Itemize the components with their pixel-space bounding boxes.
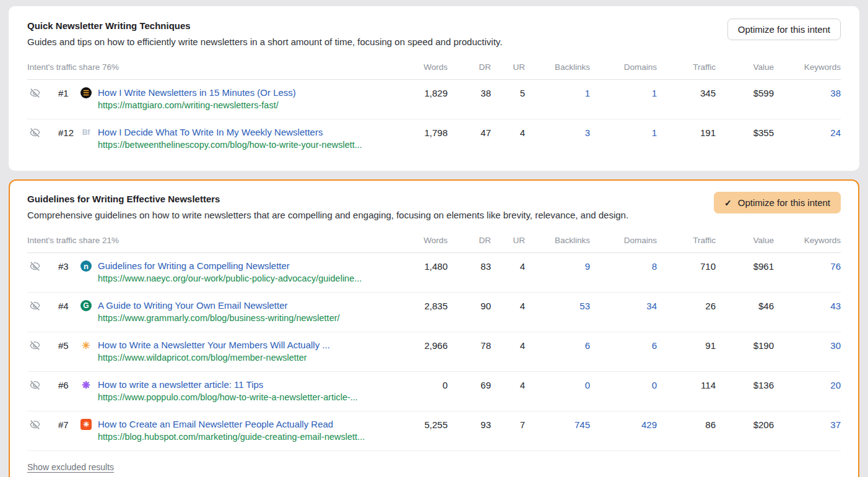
backlinks-link[interactable]: 3 <box>525 126 590 138</box>
result-title-link[interactable]: How to write a newsletter article: 11 Ti… <box>98 379 358 390</box>
result-title-link[interactable]: How to Write a Newsletter Your Members W… <box>98 339 330 351</box>
poppulo-favicon: ❋ <box>80 379 92 390</box>
result-title-cell: ✳ How to Create an Email Newsletter Peop… <box>80 418 398 443</box>
result-title-link[interactable]: A Guide to Writing Your Own Email Newsle… <box>98 299 340 311</box>
backlinks-link[interactable]: 0 <box>525 379 590 390</box>
column-traffic: Traffic <box>657 62 716 72</box>
result-title-lines: How to Create an Email Newsletter People… <box>98 418 365 443</box>
ur-value: 5 <box>491 87 525 98</box>
hide-result-button[interactable] <box>27 299 51 311</box>
keywords-link[interactable]: 24 <box>774 126 841 138</box>
domains-link[interactable]: 34 <box>590 299 657 311</box>
domains-link[interactable]: 6 <box>590 339 657 351</box>
backlinks-link[interactable]: 9 <box>525 260 590 272</box>
hide-result-button[interactable] <box>27 126 51 138</box>
result-title-link[interactable]: How to Create an Email Newsletter People… <box>98 418 365 430</box>
value-value: $46 <box>716 299 774 311</box>
keywords-link[interactable]: 20 <box>774 379 841 390</box>
domains-link[interactable]: 8 <box>590 260 657 272</box>
domains-link[interactable]: 1 <box>590 87 657 98</box>
optimize-button-label: Optimize for this intent <box>738 24 830 35</box>
result-title-lines: Guidelines for Writing a Compelling News… <box>98 260 362 285</box>
ur-value: 4 <box>491 379 525 390</box>
keywords-link[interactable]: 76 <box>774 260 841 272</box>
domains-link[interactable]: 0 <box>590 379 657 390</box>
result-title-link[interactable]: How I Decide What To Write In My Weekly … <box>98 126 362 138</box>
result-url-link[interactable]: https://blog.hubspot.com/marketing/guide… <box>98 431 365 443</box>
result-title-link[interactable]: How I Write Newsletters in 15 Minutes (O… <box>98 87 296 98</box>
backlinks-link[interactable]: 1 <box>525 87 590 98</box>
eye-off-icon <box>30 88 51 98</box>
card-header-text: Guidelines for Writing Effective Newslet… <box>27 189 628 220</box>
result-row: #6 ❋ How to write a newsletter article: … <box>27 372 841 411</box>
result-title-cell: ❋ How to write a newsletter article: 11 … <box>80 379 398 403</box>
keywords-link[interactable]: 43 <box>774 299 841 311</box>
eye-off-icon <box>30 127 51 138</box>
result-url-link[interactable]: https://mattgiaro.com/writing-newsletter… <box>98 100 296 111</box>
hide-result-button[interactable] <box>27 379 51 390</box>
result-url-link[interactable]: https://www.naeyc.org/our-work/public-po… <box>98 273 362 285</box>
result-title-lines: How to write a newsletter article: 11 Ti… <box>98 379 358 403</box>
column-value: Value <box>716 62 774 72</box>
domains-link[interactable]: 429 <box>590 418 657 430</box>
grammarly-favicon: G <box>80 300 92 311</box>
column-keywords: Keywords <box>774 236 841 245</box>
value-value: $355 <box>716 126 774 138</box>
rank-label: #3 <box>51 260 80 272</box>
value-value: $136 <box>716 379 774 390</box>
eye-off-icon <box>30 261 51 272</box>
result-title-lines: How I Decide What To Write In My Weekly … <box>98 126 362 151</box>
column-dr: DR <box>448 236 491 245</box>
eye-off-icon <box>30 380 51 390</box>
table-header: Intent's traffic share 21% Words DR UR B… <box>27 228 841 253</box>
check-icon: ✓ <box>724 198 732 208</box>
result-url-link[interactable]: https://www.wildapricot.com/blog/member-… <box>98 352 330 364</box>
keywords-link[interactable]: 30 <box>774 339 841 351</box>
column-ur: UR <box>491 236 525 245</box>
result-url-link[interactable]: https://www.grammarly.com/blog/business-… <box>98 312 340 324</box>
column-words: Words <box>398 236 448 245</box>
column-words: Words <box>398 62 448 72</box>
ur-value: 4 <box>491 299 525 311</box>
words-value: 1,798 <box>398 126 448 138</box>
results-table: Intent's traffic share 76% Words DR UR B… <box>27 54 841 158</box>
intent-description: Comprehensive guidelines on how to write… <box>27 210 628 220</box>
hide-result-button[interactable] <box>27 418 51 430</box>
result-row: #12 Bf How I Decide What To Write In My … <box>27 119 841 158</box>
backlinks-link[interactable]: 6 <box>525 339 590 351</box>
result-row: #5 ✳ How to Write a Newsletter Your Memb… <box>27 332 841 372</box>
keywords-link[interactable]: 38 <box>774 87 841 98</box>
column-domains: Domains <box>590 62 657 72</box>
result-title-cell: Bf How I Decide What To Write In My Week… <box>80 126 398 151</box>
traffic-value: 26 <box>657 299 716 311</box>
optimize-button-selected[interactable]: ✓ Optimize for this intent <box>714 192 841 213</box>
words-value: 1,829 <box>398 87 448 98</box>
result-title-link[interactable]: Guidelines for Writing a Compelling News… <box>98 260 362 272</box>
result-title-cell: G A Guide to Writing Your Own Email News… <box>80 299 398 324</box>
intent-title: Quick Newsletter Writing Techniques <box>27 20 502 31</box>
result-url-link[interactable]: https://betweenthelinescopy.com/blog/how… <box>98 139 362 151</box>
result-url-link[interactable]: https://www.poppulo.com/blog/how-to-writ… <box>98 392 358 403</box>
hide-result-button[interactable] <box>27 339 51 351</box>
keywords-link[interactable]: 37 <box>774 418 841 430</box>
naeyc-favicon: n <box>80 260 92 272</box>
traffic-value: 91 <box>657 339 716 351</box>
domains-link[interactable]: 1 <box>590 126 657 138</box>
eye-off-icon <box>30 340 51 351</box>
eye-off-icon <box>30 419 51 430</box>
backlinks-link[interactable]: 745 <box>525 418 590 430</box>
rank-label: #4 <box>51 299 80 311</box>
dr-value: 38 <box>448 87 491 98</box>
hide-result-button[interactable] <box>27 260 51 272</box>
hide-result-button[interactable] <box>27 87 51 98</box>
result-title-cell: ✳ How to Write a Newsletter Your Members… <box>80 339 398 364</box>
show-excluded-results-link[interactable]: Show excluded results <box>27 462 114 472</box>
value-value: $190 <box>716 339 774 351</box>
backlinks-link[interactable]: 53 <box>525 299 590 311</box>
dr-value: 90 <box>448 299 491 311</box>
column-traffic: Traffic <box>657 236 716 245</box>
traffic-value: 86 <box>657 418 716 430</box>
column-domains: Domains <box>590 236 657 245</box>
optimize-button[interactable]: Optimize for this intent <box>727 19 841 40</box>
words-value: 1,480 <box>398 260 448 272</box>
